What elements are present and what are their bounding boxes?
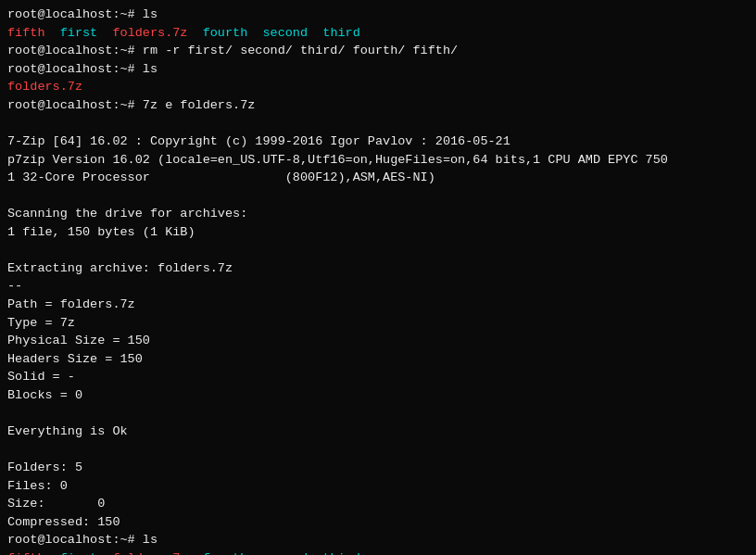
terminal-line: folders.7z (7, 78, 749, 96)
terminal-ls-output: fifth first folders.7z fourth second thi… (7, 549, 749, 555)
terminal-line: Headers Size = 150 (7, 350, 749, 369)
terminal-line: 1 file, 150 bytes (1 KiB) (7, 223, 749, 242)
ls-item: fifth (7, 551, 60, 555)
terminal-line: p7zip Version 16.02 (locale=en_US.UTF-8,… (7, 151, 749, 170)
terminal-line: root@localhost:~# 7z e folders.7z (7, 96, 749, 115)
ls-item: fourth (203, 551, 263, 555)
ls-item: fourth (203, 26, 263, 40)
ls-item: third (322, 551, 360, 555)
ls-item: fifth (7, 26, 60, 40)
ls-item: third (322, 26, 360, 40)
ls-item: first (60, 26, 113, 40)
terminal-line: Compressed: 150 (7, 513, 749, 532)
terminal-line: root@localhost:~# ls (7, 531, 749, 549)
terminal-blank-line (7, 404, 749, 423)
terminal-line: Extracting archive: folders.7z (7, 259, 749, 278)
terminal-ls-output: fifth first folders.7z fourth second thi… (7, 24, 749, 43)
terminal-line: Folders: 5 (7, 459, 749, 477)
ls-item: first (60, 551, 113, 555)
terminal-line: Physical Size = 150 (7, 332, 749, 350)
terminal-line: Type = 7z (7, 314, 749, 333)
terminal-window[interactable]: root@localhost:~# lsfifth first folders.… (7, 6, 749, 549)
terminal-line: -- (7, 277, 749, 296)
ls-item: second (262, 551, 322, 555)
terminal-line: Scanning the drive for archives: (7, 205, 749, 223)
terminal-blank-line (7, 441, 749, 460)
terminal-blank-line (7, 187, 749, 206)
terminal-line: root@localhost:~# ls (7, 6, 749, 24)
terminal-line: Path = folders.7z (7, 296, 749, 314)
terminal-line: 1 32-Core Processor (800F12),ASM,AES-NI) (7, 169, 749, 187)
terminal-line: Blocks = 0 (7, 386, 749, 405)
ls-item: folders.7z (112, 26, 202, 40)
terminal-line: root@localhost:~# rm -r first/ second/ t… (7, 42, 749, 60)
terminal-line: root@localhost:~# ls (7, 60, 749, 79)
terminal-line: Everything is Ok (7, 423, 749, 441)
terminal-line: Solid = - (7, 368, 749, 386)
ls-item: second (262, 26, 322, 40)
ls-item: folders.7z (112, 551, 202, 555)
terminal-blank-line (7, 114, 749, 132)
terminal-line: Files: 0 (7, 477, 749, 496)
terminal-blank-line (7, 241, 749, 259)
terminal-line: Size: 0 (7, 495, 749, 513)
terminal-line: 7-Zip [64] 16.02 : Copyright (c) 1999-20… (7, 132, 749, 151)
